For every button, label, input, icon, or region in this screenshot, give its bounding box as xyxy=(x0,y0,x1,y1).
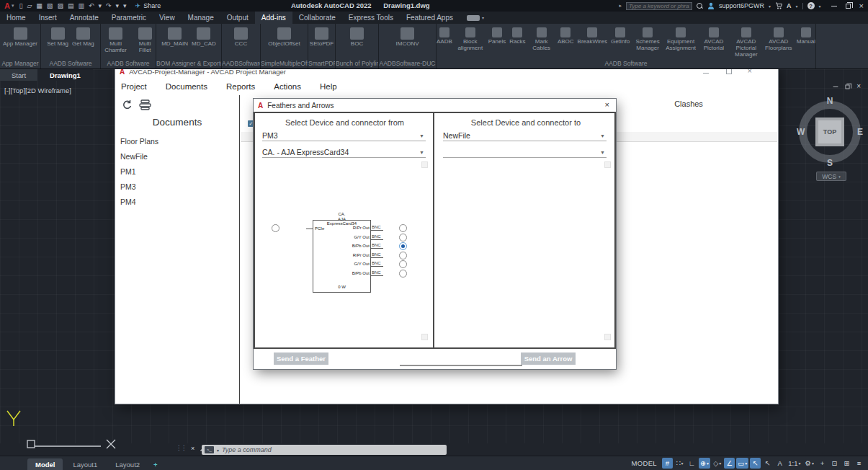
search-icon[interactable] xyxy=(697,3,703,9)
grid-icon[interactable]: # xyxy=(662,458,673,469)
save-icon[interactable]: ▦ xyxy=(36,0,42,12)
qat-customize-icon[interactable]: ▾ xyxy=(123,0,127,12)
ribbon-button-md-main[interactable]: MD_MAIN xyxy=(161,26,188,48)
save-as-icon[interactable]: ▧ xyxy=(47,0,53,12)
keyword-search-input[interactable] xyxy=(626,2,692,10)
app-store-cart-icon[interactable] xyxy=(775,2,782,9)
dynamic-input-icon[interactable]: ▭▾ xyxy=(736,458,748,469)
ribbon-tab-express-tools[interactable]: Express Tools xyxy=(342,12,400,24)
ribbon-button-setopdf[interactable]: SEtoPDF xyxy=(310,26,334,48)
dialog-titlebar[interactable]: A Feathers and Arrows × xyxy=(254,99,616,112)
ribbon-button-imconv[interactable]: IMCONV xyxy=(396,26,419,48)
clean-screen-icon[interactable]: ⊞ xyxy=(841,458,852,469)
layout-tab-layout2[interactable]: Layout2 xyxy=(107,458,148,470)
document-item-newfile[interactable]: NewFile xyxy=(115,149,239,164)
ribbon-button-boc[interactable]: BOC xyxy=(350,26,364,48)
ribbon-button-panels[interactable]: Panels xyxy=(488,26,506,45)
new-file-icon[interactable]: ▯ xyxy=(19,0,22,12)
print-document-icon[interactable] xyxy=(139,99,151,110)
ribbon-button-avcad-floorplans[interactable]: AVCAD Floorplans xyxy=(764,26,793,52)
device-left-radio[interactable] xyxy=(272,224,279,232)
from-scroll-button-bottom[interactable] xyxy=(421,334,428,340)
from-scroll-button[interactable] xyxy=(421,161,428,168)
send-feather-button[interactable]: Send a Feather xyxy=(274,352,328,365)
viewcube[interactable]: N W E S TOP WCS ▾ xyxy=(795,95,864,182)
drawing-restore-icon[interactable] xyxy=(846,84,850,89)
compass-south-label[interactable]: S xyxy=(795,158,864,168)
port-radio[interactable] xyxy=(399,252,407,260)
from-device-dropdown[interactable]: PM3 ▼ xyxy=(262,130,426,141)
ribbon-button-manual[interactable]: Manual xyxy=(797,26,815,45)
ribbon-tab-annotate[interactable]: Annotate xyxy=(63,12,105,24)
object-snap-icon[interactable]: ↖ xyxy=(750,458,761,469)
ribbon-tab-view[interactable]: View xyxy=(153,12,182,24)
from-connector-dropdown[interactable]: CA. - AJA ExpressCard34 ▼ xyxy=(262,147,426,158)
ribbon-tab-insert[interactable]: Insert xyxy=(32,12,63,24)
pm-menu-project[interactable]: Project xyxy=(121,82,147,91)
publish-icon[interactable]: ▤ xyxy=(68,0,74,12)
polar-tracking-icon[interactable]: ⊕▾ xyxy=(699,458,710,469)
customization-icon[interactable]: ≡ xyxy=(854,458,864,469)
help-chevron-icon[interactable]: ▾ xyxy=(819,4,821,9)
document-item-pm1[interactable]: PM1 xyxy=(115,164,239,179)
layout-tab-layout1[interactable]: Layout1 xyxy=(65,458,105,470)
ribbon-button-aboc[interactable]: ABOC xyxy=(558,26,574,45)
pm-menu-actions[interactable]: Actions xyxy=(274,82,301,91)
compass-west-label[interactable]: W xyxy=(797,127,805,137)
ribbon-button-ccc[interactable]: CCC xyxy=(234,26,248,48)
command-chevron-icon[interactable]: ▾ xyxy=(217,448,219,453)
port-radio[interactable] xyxy=(399,260,407,268)
autocad-logo-icon[interactable]: A xyxy=(4,0,10,12)
ribbon-button-breakwires[interactable]: BreakWires xyxy=(578,26,607,45)
to-scroll-button-bottom[interactable] xyxy=(604,334,611,340)
print-icon[interactable]: ▥ xyxy=(78,0,84,12)
close-icon[interactable]: × xyxy=(859,0,864,12)
share-button[interactable]: ✈ Share xyxy=(135,2,161,9)
plot-icon[interactable]: ▨ xyxy=(57,0,63,12)
drawing-close-icon[interactable]: × xyxy=(856,81,861,92)
ribbon-button-aadb[interactable]: AADB xyxy=(437,26,452,45)
isolate-objects-icon[interactable]: ⊡ xyxy=(829,458,840,469)
ortho-icon[interactable]: ∟ xyxy=(686,458,697,469)
dialog-close-icon[interactable]: × xyxy=(605,100,609,109)
annotation-visibility-icon[interactable]: A xyxy=(774,458,785,469)
snap-mode-icon[interactable]: ∷▾ xyxy=(674,458,685,469)
viewcube-top-face[interactable]: TOP xyxy=(815,117,844,146)
expand-arrow-icon[interactable]: ▸ xyxy=(619,3,622,9)
autodesk-chevron-icon[interactable]: ▾ xyxy=(796,4,798,9)
ribbon-tab-parametric[interactable]: Parametric xyxy=(105,12,153,24)
annotation-settings-icon[interactable]: ⚙▾ xyxy=(803,458,815,469)
wcs-dropdown[interactable]: WCS ▾ xyxy=(816,172,846,181)
username-label[interactable]: support6PGWR xyxy=(719,2,764,9)
command-line-input[interactable]: >_ ▾ Type a command xyxy=(202,445,447,455)
port-radio[interactable] xyxy=(399,270,407,278)
ribbon-button-equipment-assignment[interactable]: Equipment Assignment xyxy=(666,26,696,52)
undo-chevron-icon[interactable]: ▾ xyxy=(98,0,102,12)
document-item-pm3[interactable]: PM3 xyxy=(115,179,239,195)
layout-tab-model[interactable]: Model xyxy=(27,458,63,470)
ribbon-button-md-cad[interactable]: MD_CAD xyxy=(192,26,216,48)
ribbon-button-set-mag[interactable]: Set Mag xyxy=(47,26,68,48)
file-tab-start[interactable]: Start xyxy=(0,69,38,81)
ribbon-tab-featured-apps[interactable]: Featured Apps xyxy=(400,12,460,24)
compass-north-label[interactable]: N xyxy=(795,96,864,106)
document-item-pm4[interactable]: PM4 xyxy=(115,195,239,210)
pm-minimize-icon[interactable] xyxy=(703,73,709,74)
ribbon-button-objectoffset[interactable]: ObjectOffset xyxy=(268,26,300,48)
compass-east-label[interactable]: E xyxy=(857,127,863,137)
ribbon-tab-manage[interactable]: Manage xyxy=(182,12,220,24)
pm-menu-documents[interactable]: Documents xyxy=(166,82,207,91)
ribbon-tab-home[interactable]: Home xyxy=(0,12,32,24)
undo-icon[interactable]: ↶ xyxy=(89,0,94,12)
ribbon-button-block-alignment[interactable]: Block alignment xyxy=(456,26,485,52)
ribbon-button-getinfo[interactable]: GetInfo xyxy=(611,26,630,45)
port-radio[interactable] xyxy=(399,242,407,250)
annotation-scale-label[interactable]: 1:1▾ xyxy=(787,458,802,469)
workspace-plus-icon[interactable]: + xyxy=(817,458,828,469)
redo-icon[interactable]: ↷ xyxy=(106,0,112,12)
ribbon-button-avcad-pictorial-manager[interactable]: AVCAD Pictorial Manager xyxy=(732,26,761,58)
ribbon-display-toggle[interactable]: ▾ xyxy=(467,15,484,21)
user-icon[interactable] xyxy=(707,2,715,9)
to-connector-dropdown[interactable]: ▼ xyxy=(443,147,607,158)
help-icon[interactable]: ? xyxy=(807,2,815,9)
